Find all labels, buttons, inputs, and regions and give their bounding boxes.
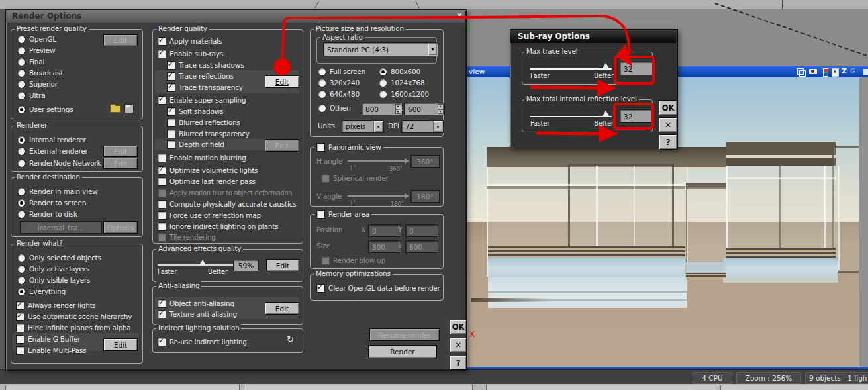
- close-button[interactable]: ✕: [450, 338, 467, 352]
- radio-other-size[interactable]: [318, 104, 326, 113]
- h-angle-slider[interactable]: [348, 160, 405, 162]
- checkbox-motion-blur-deformation[interactable]: [158, 189, 166, 197]
- advanced-quality-slider[interactable]: [158, 264, 234, 266]
- antialiasing-edit-button[interactable]: Edit: [265, 302, 299, 315]
- checkbox-texture-antialiasing[interactable]: [158, 310, 166, 318]
- size-width-field[interactable]: 800: [368, 240, 401, 253]
- radio-render-to-screen[interactable]: [17, 199, 26, 207]
- subray-help-button[interactable]: ?: [659, 134, 677, 150]
- checkbox-apply-materials[interactable]: [158, 37, 166, 46]
- checkbox-panoramic-view[interactable]: [316, 143, 325, 152]
- checkbox-depth-of-field[interactable]: [167, 140, 175, 149]
- checkbox-optimize-last-pass[interactable]: [158, 177, 166, 186]
- radio-opengl[interactable]: [17, 35, 26, 44]
- destination-options-button[interactable]: Options: [103, 221, 138, 234]
- checkbox-trace-cast-shadows[interactable]: [167, 61, 175, 70]
- radio-800x600[interactable]: [379, 68, 387, 76]
- checkbox-blurred-transparency[interactable]: [167, 130, 175, 138]
- slider-thumb[interactable]: [199, 260, 206, 265]
- radio-broadcast[interactable]: [17, 69, 26, 77]
- units-select[interactable]: pixels: [342, 120, 384, 133]
- checkbox-trace-transparency[interactable]: [167, 83, 175, 92]
- spinner-arrows[interactable]: [438, 104, 444, 114]
- taskbar-button[interactable]: [5, 385, 240, 390]
- checkbox-optimize-volumetric[interactable]: [158, 166, 166, 175]
- max-internal-reflection-value[interactable]: 32: [620, 109, 654, 123]
- aspect-ratio-select[interactable]: Standard PC (4:3): [323, 42, 438, 56]
- gbuffer-edit-button[interactable]: Edit: [103, 338, 138, 351]
- radio-only-visible-layers[interactable]: [17, 276, 26, 285]
- advanced-edit-button[interactable]: Edit: [266, 259, 299, 271]
- radio-ultra[interactable]: [17, 91, 26, 100]
- radio-preview[interactable]: [17, 46, 26, 55]
- checkbox-render-area[interactable]: [316, 210, 325, 219]
- checkbox-always-render-lights[interactable]: [16, 301, 24, 310]
- subray-close-button[interactable]: ✕: [659, 117, 677, 132]
- radio-640x480[interactable]: [318, 90, 326, 99]
- rgb-display-icon[interactable]: [823, 68, 828, 77]
- dpi-select[interactable]: 72: [401, 120, 444, 133]
- subray-edit-button[interactable]: Edit: [265, 75, 299, 88]
- gbuffer-icon[interactable]: G: [850, 68, 855, 75]
- position-x-field[interactable]: 0: [368, 224, 401, 237]
- chevron-down-icon[interactable]: [373, 121, 383, 132]
- slider-thumb[interactable]: [603, 111, 609, 116]
- external-renderer-edit-button[interactable]: Edit: [103, 146, 138, 157]
- checkbox-motion-blurring[interactable]: [158, 154, 166, 162]
- checkbox-tile-rendering[interactable]: [158, 233, 166, 242]
- refresh-icon[interactable]: ↻: [287, 334, 294, 344]
- v-angle-slider[interactable]: [348, 195, 405, 197]
- taskbar-button[interactable]: [244, 385, 473, 390]
- position-y-field[interactable]: 0: [405, 224, 438, 237]
- checkbox-blurred-reflections[interactable]: [167, 119, 175, 127]
- chevron-down-icon[interactable]: [433, 121, 442, 132]
- destination-file-field[interactable]: internal_tra...: [20, 221, 102, 234]
- checkbox-spherical-render[interactable]: [321, 174, 330, 183]
- checkbox-force-reflection-map[interactable]: [158, 211, 166, 220]
- checkbox-reuse-indirect[interactable]: [158, 338, 166, 346]
- max-internal-reflection-slider[interactable]: [530, 116, 612, 117]
- max-trace-slider[interactable]: [530, 68, 612, 70]
- width-spinner[interactable]: 800: [362, 103, 403, 115]
- checkbox-enable-subrays[interactable]: [158, 50, 166, 58]
- checkbox-accurate-caustics[interactable]: [158, 200, 166, 209]
- checkbox-object-antialiasing[interactable]: [158, 299, 166, 308]
- max-trace-value[interactable]: 32: [620, 62, 654, 75]
- taskbar-button[interactable]: [486, 385, 716, 390]
- checkbox-render-blow-up[interactable]: [321, 256, 330, 265]
- close-icon[interactable]: x: [457, 11, 462, 20]
- subray-ok-button[interactable]: OK: [659, 100, 677, 115]
- radio-320x240[interactable]: [318, 79, 326, 87]
- radio-external-renderer[interactable]: [17, 147, 26, 156]
- help-button[interactable]: ?: [450, 356, 467, 370]
- radio-render-to-disk[interactable]: [17, 210, 26, 219]
- slider-thumb[interactable]: [603, 63, 609, 68]
- ok-button[interactable]: OK: [450, 320, 467, 334]
- folder-open-icon[interactable]: [110, 105, 121, 113]
- radio-full-screen[interactable]: [318, 68, 326, 76]
- resume-render-button[interactable]: Resume render: [369, 328, 440, 341]
- radio-only-active-layers[interactable]: [17, 265, 26, 273]
- size-height-field[interactable]: 600: [405, 240, 438, 253]
- preset-edit-button[interactable]: Edit: [103, 34, 138, 46]
- zbuffer-icon[interactable]: Z: [842, 67, 847, 75]
- radio-1600x1200[interactable]: [379, 90, 387, 99]
- checkbox-enable-supersampling[interactable]: [158, 96, 166, 105]
- radio-render-main-view[interactable]: [17, 187, 26, 196]
- radio-1024x768[interactable]: [379, 79, 387, 87]
- checkbox-enable-gbuffer[interactable]: [16, 335, 24, 344]
- checkbox-enable-multipass[interactable]: [16, 346, 24, 355]
- checkbox-ignore-indirect-plants[interactable]: [158, 222, 166, 231]
- v-angle-value[interactable]: 180°: [410, 190, 440, 203]
- checkbox-clear-opengl[interactable]: [316, 284, 325, 293]
- rendernode-edit-button[interactable]: Edit: [103, 158, 138, 169]
- radio-rendernode-network[interactable]: [17, 159, 26, 168]
- checkbox-hide-infinite-planes[interactable]: [16, 324, 24, 332]
- radio-superior[interactable]: [17, 80, 26, 89]
- height-spinner[interactable]: 600: [404, 103, 445, 115]
- radio-final[interactable]: [17, 58, 26, 66]
- radio-only-selected[interactable]: [17, 254, 26, 262]
- checkbox-soft-shadows[interactable]: [167, 107, 175, 116]
- radio-user-settings[interactable]: [17, 105, 26, 114]
- chevron-down-icon[interactable]: [428, 44, 437, 55]
